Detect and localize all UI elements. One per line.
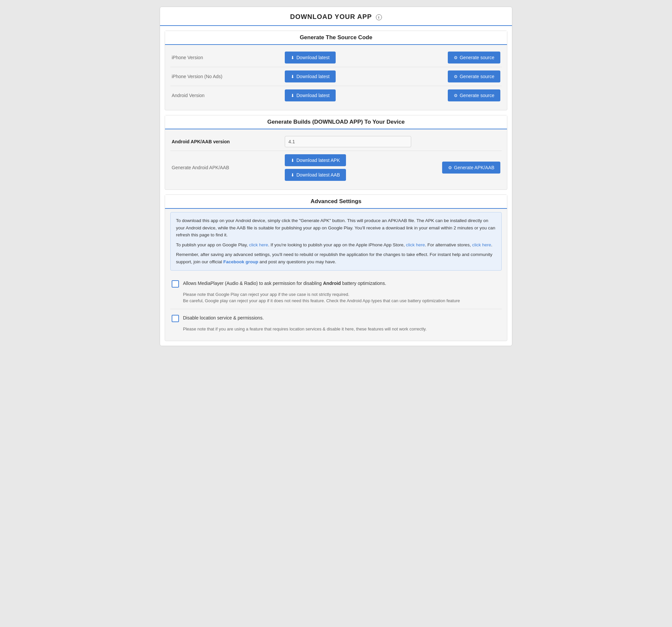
location-service-checkbox[interactable] <box>172 315 179 322</box>
gear-icon-3: ⚙ <box>454 93 458 98</box>
iphone-version-end: ⚙ Generate source <box>448 52 500 64</box>
iphone-version-row: iPhone Version ⬇ Download latest ⚙ Gener… <box>170 48 502 67</box>
apk-version-label: Android APK/AAB version <box>172 139 285 144</box>
advanced-header: Advanced Settings <box>165 195 507 209</box>
page-title: DOWNLOAD YOUR APP <box>290 13 372 20</box>
main-card: DOWNLOAD YOUR APP i Generate The Source … <box>160 7 512 346</box>
iphone-version-actions: ⬇ Download latest ⚙ Generate source <box>285 52 500 64</box>
advanced-body: To download this app on your Android dev… <box>165 209 507 341</box>
iphone-generate-source-button[interactable]: ⚙ Generate source <box>448 52 500 64</box>
android-version-label: Android Version <box>172 93 285 98</box>
download-apk-button[interactable]: ⬇ Download latest APK <box>285 154 346 166</box>
info-para-2: To publish your app on Google Play, clic… <box>176 241 496 249</box>
info-box: To download this app on your Android dev… <box>170 212 502 271</box>
settings-divider <box>170 309 502 309</box>
apk-version-input[interactable] <box>285 136 411 147</box>
android-download-button[interactable]: ⬇ Download latest <box>285 90 336 101</box>
location-service-note: Please note that if you are using a feat… <box>170 326 502 336</box>
location-service-label: Disable location service & permissions. <box>183 315 264 322</box>
battery-note-line1: Please note that Google Play can reject … <box>183 292 349 297</box>
iphone-noads-download-button[interactable]: ⬇ Download latest <box>285 71 336 82</box>
facebook-group-link[interactable]: Facebook group <box>223 259 258 264</box>
download-icon-5: ⬇ <box>291 173 294 178</box>
source-code-body: iPhone Version ⬇ Download latest ⚙ Gener… <box>165 45 507 110</box>
android-download-label: Download latest <box>296 93 330 98</box>
alt-stores-link[interactable]: click here <box>472 242 491 247</box>
battery-optimization-note: Please note that Google Play can reject … <box>170 291 502 307</box>
battery-note-line2: Be careful, Google play can reject your … <box>183 298 460 303</box>
apple-store-link[interactable]: click here <box>406 242 425 247</box>
battery-checkbox-wrapper <box>172 280 179 289</box>
gear-icon-1: ⚙ <box>454 55 458 60</box>
battery-label-after: battery optimizations. <box>341 281 386 286</box>
generate-apkab-label: Generate APK/AAB <box>454 165 494 170</box>
battery-optimization-checkbox-row: Allows MediaPlayer (Audio & Radio) to as… <box>170 276 502 291</box>
generate-apkab-button[interactable]: ⚙ Generate APK/AAB <box>442 161 500 174</box>
apk-version-actions <box>285 136 500 147</box>
location-checkbox-row: Disable location service & permissions. <box>170 310 502 326</box>
android-version-end: ⚙ Generate source <box>448 90 500 101</box>
gear-icon-4: ⚙ <box>448 165 452 170</box>
generate-apkab-end: ⚙ Generate APK/AAB <box>442 161 500 174</box>
source-code-header: Generate The Source Code <box>165 31 507 45</box>
download-icon-4: ⬇ <box>291 158 294 163</box>
iphone-noads-row: iPhone Version (No Ads) ⬇ Download lates… <box>170 67 502 86</box>
iphone-noads-generate-button[interactable]: ⚙ Generate source <box>448 71 500 82</box>
iphone-noads-generate-label: Generate source <box>460 74 494 79</box>
iphone-version-label: iPhone Version <box>172 55 285 60</box>
android-version-actions: ⬇ Download latest ⚙ Generate source <box>285 90 500 101</box>
battery-label-before: Allows MediaPlayer (Audio & Radio) to as… <box>183 281 323 286</box>
info-para-3: Remember, after saving any advanced sett… <box>176 251 496 265</box>
gear-icon-2: ⚙ <box>454 74 458 79</box>
android-generate-button[interactable]: ⚙ Generate source <box>448 90 500 101</box>
android-generate-label: Generate source <box>460 93 494 98</box>
generate-apk-label: Generate Android APK/AAB <box>172 165 285 170</box>
download-icon-3: ⬇ <box>291 93 294 98</box>
builds-header: Generate Builds (DOWNLOAD APP) To Your D… <box>165 115 507 129</box>
iphone-generate-label: Generate source <box>460 55 494 60</box>
download-icon-2: ⬇ <box>291 74 294 79</box>
battery-label-bold: Android <box>323 281 341 286</box>
battery-optimization-checkbox[interactable] <box>172 280 179 287</box>
iphone-noads-download-label: Download latest <box>296 74 330 79</box>
source-code-section: Generate The Source Code iPhone Version … <box>165 31 507 110</box>
android-version-row: Android Version ⬇ Download latest ⚙ Gene… <box>170 86 502 105</box>
iphone-noads-actions: ⬇ Download latest ⚙ Generate source <box>285 71 500 82</box>
builds-section: Generate Builds (DOWNLOAD APP) To Your D… <box>165 115 507 190</box>
iphone-noads-end: ⚙ Generate source <box>448 71 500 82</box>
iphone-download-latest-button[interactable]: ⬇ Download latest <box>285 52 336 64</box>
download-apk-label: Download latest APK <box>296 157 340 163</box>
google-play-link[interactable]: click here <box>249 242 268 247</box>
download-aab-label: Download latest AAB <box>296 172 340 178</box>
info-para-1: To download this app on your Android dev… <box>176 217 496 239</box>
iphone-download-label: Download latest <box>296 55 330 60</box>
location-checkbox-wrapper <box>172 315 179 323</box>
generate-apk-actions: ⬇ Download latest APK ⬇ Download latest … <box>285 154 500 181</box>
download-icon-1: ⬇ <box>291 55 294 60</box>
generate-apk-row: Generate Android APK/AAB ⬇ Download late… <box>170 151 502 184</box>
download-aab-button[interactable]: ⬇ Download latest AAB <box>285 169 346 181</box>
battery-optimization-label: Allows MediaPlayer (Audio & Radio) to as… <box>183 280 386 287</box>
iphone-noads-label: iPhone Version (No Ads) <box>172 74 285 79</box>
apk-button-group: ⬇ Download latest APK ⬇ Download latest … <box>285 154 346 181</box>
page-header: DOWNLOAD YOUR APP i <box>160 7 512 26</box>
advanced-section: Advanced Settings To download this app o… <box>165 195 507 341</box>
info-icon[interactable]: i <box>376 14 382 20</box>
apk-version-row: Android APK/AAB version <box>170 133 502 151</box>
builds-body: Android APK/AAB version Generate Android… <box>165 129 507 190</box>
